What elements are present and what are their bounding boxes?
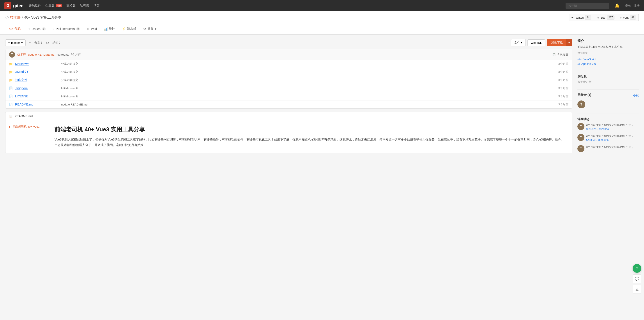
readme-icon: 📋	[9, 114, 13, 118]
file-commit-msg: Initial commit	[61, 95, 556, 98]
file-name-link[interactable]: 打印文件	[15, 78, 59, 82]
file-name-link[interactable]: LICENSE	[15, 95, 59, 98]
code-icon: </>	[9, 27, 13, 31]
file-commit-msg: update README.md.	[61, 103, 556, 106]
contributors-header: 贡献者 (1) 全部	[578, 93, 639, 99]
tab-wiki[interactable]: ⊞ Wiki	[84, 24, 100, 34]
file-time: 3个月前	[558, 62, 568, 66]
activity-avatar: T	[578, 134, 584, 141]
file-name-link[interactable]: XMind文件	[15, 70, 59, 74]
readme-heading: 前端老司机 40+ Vue3 实用工具分享	[54, 126, 567, 133]
sidebar-divider	[578, 71, 639, 71]
file-time: 3个月前	[558, 78, 568, 82]
logo-text: gitee	[13, 3, 24, 8]
folder-icon: 📁	[9, 70, 13, 74]
readme-paragraph: Vue3我想大家都已经用上了，但是你对Vue3的生态和工具都了解吗，比如有哪些网…	[54, 137, 567, 148]
tab-code[interactable]: </> 代码	[5, 24, 24, 34]
clone-button-group: 克隆/下载 ▾	[547, 39, 572, 46]
toolbar-right: 文件 ▾ Web IDE 克隆/下载 ▾	[511, 39, 572, 46]
watch-count: 24	[585, 15, 591, 19]
file-name-link[interactable]: .gitignore	[15, 86, 59, 90]
activity-avatar: T	[578, 145, 584, 152]
repo-icon: ⟨/⟩	[5, 15, 9, 20]
activity-item: T 3个月前推送了新的提交到 master 分支，	[578, 145, 639, 152]
sub-navigation: </> 代码 ⊡ Issues 0 ⑂ Pull Requests 0 ⊞ Wi…	[0, 24, 644, 34]
readme-content: 前端老司机 40+ Vue3 实用工具分享 Vue3我想大家都已经用上了，但是你…	[49, 120, 572, 153]
breadcrumb: ⟨/⟩ 技术胖 / 40+ Vue3 实用工具分享	[5, 15, 61, 20]
toc-item[interactable]: 前端老司机 40+ Vue...	[9, 124, 46, 130]
activity-commit-link[interactable]: 369532b...d37e0aa	[586, 128, 609, 131]
file-commit-msg: Initial commit	[61, 87, 556, 90]
webide-button[interactable]: Web IDE	[528, 39, 546, 46]
file-icon: 📄	[9, 103, 13, 106]
tab-pullrequests[interactable]: ⑂ Pull Requests 0	[49, 24, 84, 34]
readme-section: 📋 README.md 前端老司机 40+ Vue... 前端老司机 40+ V…	[5, 112, 572, 153]
sidebar-releases: 发行版 暂无发行版	[578, 74, 639, 84]
watch-button[interactable]: 👁 Watch 24	[569, 14, 594, 21]
issues-icon: ⊡	[28, 27, 30, 31]
repo-sidebar: 简介 前端老司机 40+ Vue3 实用工具分享 暂无标签 </> JavaSc…	[578, 39, 639, 157]
nav-item-blog[interactable]: 博客	[94, 4, 100, 8]
star-count: 267	[607, 15, 614, 19]
chevron-down-icon: ▾	[521, 41, 522, 44]
activity-text: 3个月前推送了新的提交到 master 分支， 369532b...d37e0a…	[586, 123, 639, 131]
commit-count-info: 📋 4 次提交	[552, 52, 568, 56]
repo-name: 40+ Vue3 实用工具分享	[24, 15, 61, 20]
search-input[interactable]	[566, 3, 610, 9]
tab-services[interactable]: ⚙ 服务 ▾	[140, 24, 160, 34]
branch-selector[interactable]: ⑂ master ▾	[5, 39, 26, 46]
commit-author[interactable]: 技术胖	[17, 52, 26, 56]
tab-issues[interactable]: ⊡ Issues 0	[24, 24, 49, 34]
tag-icon: 🏷	[46, 41, 49, 44]
nav-item-university[interactable]: 高校版	[66, 4, 76, 8]
file-name-link[interactable]: README.md	[15, 103, 59, 106]
file-row: 📁 Markdown 分享内容提交 3个月前	[6, 60, 572, 68]
clone-dropdown-button[interactable]: ▾	[566, 39, 572, 46]
file-icon: 📄	[9, 95, 13, 98]
clone-download-button[interactable]: 克隆/下载	[547, 39, 566, 46]
repo-toolbar: ⑂ master ▾ ⑂ 分支 1 🏷 标签 0 文件 ▾ Web IDE	[5, 39, 572, 46]
main-content: ⑂ master ▾ ⑂ 分支 1 🏷 标签 0 文件 ▾ Web IDE	[0, 34, 644, 162]
logo-link[interactable]: G gitee	[4, 2, 24, 9]
bell-icon: 🔔	[615, 3, 620, 8]
nav-item-opensource[interactable]: 开源软件	[29, 4, 41, 8]
activity-item: T 3个月前推送了新的提交到 master 分支， 5c333c3...3695…	[578, 134, 639, 142]
nav-item-private[interactable]: 私有云	[80, 4, 89, 8]
owner-link[interactable]: 技术胖	[10, 15, 20, 20]
tab-pipeline[interactable]: ⚡ 流水线	[118, 24, 140, 34]
toc-dot	[9, 126, 10, 128]
tag-label: 暂无标签	[578, 51, 639, 55]
issues-badge: 0	[42, 27, 46, 30]
file-row: 📁 XMind文件 分享内容提交 3个月前	[6, 68, 572, 76]
logo-icon: G	[4, 2, 12, 9]
file-time: 3个月前	[558, 94, 568, 98]
repo-actions: 👁 Watch 24 ☆ Star 267 ⑂ Fork 91	[569, 14, 639, 21]
contributor-avatar: T	[578, 100, 585, 108]
star-icon: ☆	[596, 16, 599, 19]
login-link[interactable]: 登录	[625, 4, 631, 8]
branch-icon: ⑂	[8, 41, 10, 44]
file-commit-msg: 分享内容提交	[61, 70, 556, 74]
release-empty: 暂无发行版	[578, 80, 639, 84]
license-link[interactable]: ⚖ Apache-2.0	[578, 62, 639, 65]
tab-stats[interactable]: 📊 统计	[100, 24, 118, 34]
fork-icon: ⑂	[620, 16, 622, 19]
file-name-link[interactable]: Markdown	[15, 62, 59, 66]
activity-commit-link[interactable]: 5c333c3...369532b	[586, 139, 608, 142]
nav-item-enterprise[interactable]: 企业版 特惠	[45, 4, 62, 8]
star-button[interactable]: ☆ Star 267	[594, 14, 617, 21]
enterprise-badge: 特惠	[56, 4, 62, 7]
fork-button[interactable]: ⑂ Fork 91	[617, 14, 639, 21]
activity-item: T 3个月前推送了新的提交到 master 分支， 369532b...d37e…	[578, 123, 639, 131]
file-button[interactable]: 文件 ▾	[511, 39, 526, 46]
readme-title: README.md	[14, 114, 33, 118]
language-link[interactable]: </> JavaScript	[578, 57, 639, 61]
file-row: 📄 LICENSE Initial commit 3个月前	[6, 92, 572, 100]
commit-hash[interactable]: d37e0aa	[58, 53, 68, 56]
pr-icon: ⑂	[53, 27, 54, 31]
register-link[interactable]: 注册	[634, 4, 640, 8]
contributors-all-link[interactable]: 全部	[633, 94, 639, 98]
pr-badge: 0	[76, 27, 80, 30]
branch-meta: ⑂ 分支 1 🏷 标签 0	[29, 41, 60, 45]
commit-message[interactable]: update README.md.	[28, 53, 55, 56]
